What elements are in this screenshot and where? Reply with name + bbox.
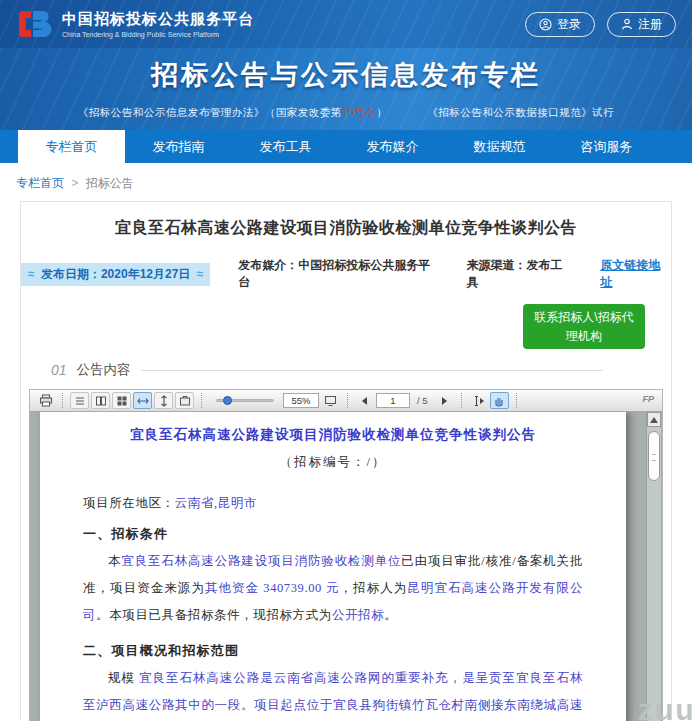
thumbnails-icon[interactable] <box>112 392 131 409</box>
breadcrumb-home[interactable]: 专栏首页 <box>16 176 64 190</box>
doc-heading-1: 一、招标条件 <box>83 525 583 543</box>
announcement-card: 宜良至石林高速公路建设项目消防验收检测单位竞争性谈判公告 发布日期：2020年1… <box>20 201 672 721</box>
section-number: 01 <box>51 362 67 378</box>
publish-date: 发布日期：2020年12月27日 <box>21 263 210 286</box>
doc-title: 宜良至石林高速公路建设项目消防验收检测单位竞争性谈判公告 <box>83 426 583 444</box>
regulation-1-order-no: 10号令 <box>342 106 377 118</box>
doc-bid-number: （招标编号：/） <box>83 454 583 471</box>
tab-publish-tool[interactable]: 发布工具 <box>232 130 339 163</box>
publish-date-value: 2020年12月27日 <box>101 267 190 281</box>
regulation-link-2[interactable]: 《招标公告和公示数据接口规范》试行 <box>427 106 614 120</box>
logo-icon <box>16 9 52 39</box>
hand-tool-icon[interactable] <box>490 392 509 409</box>
print-icon[interactable] <box>36 392 55 409</box>
banner-title: 招标公告与公示信息发布专栏 <box>0 48 692 93</box>
section-title: 公告内容 <box>77 361 131 379</box>
source-channel: 来源渠道：发布工具 <box>466 257 572 291</box>
regulation-1-close: ） <box>376 106 387 118</box>
breadcrumb-separator: > <box>71 176 78 190</box>
page-number-input[interactable]: 1 <box>376 393 410 408</box>
doc-region-line: 项目所在地区：云南省,昆明市 <box>83 495 583 512</box>
original-link[interactable]: 原文链接地址 <box>600 257 671 291</box>
toolbar-separator <box>201 393 202 408</box>
main-nav: 专栏首页 发布指南 发布工具 发布媒介 数据规范 咨询服务 <box>0 130 692 163</box>
section-header: 01 公告内容 <box>51 361 647 379</box>
tab-consult-service[interactable]: 咨询服务 <box>553 130 660 163</box>
fit-width-icon[interactable] <box>133 392 152 409</box>
regulation-link-1[interactable]: 《招标公告和公示信息发布管理办法》（国家发改委第10号令） <box>78 106 388 120</box>
scroll-up-icon[interactable] <box>647 412 661 427</box>
next-page-icon[interactable] <box>435 392 454 409</box>
actual-size-icon[interactable] <box>321 392 340 409</box>
page-total-label: / 5 <box>417 395 428 406</box>
logo-title: 中国招标投标公共服务平台 <box>62 10 254 29</box>
pdf-toolbar: 55% 1 / 5 FP <box>30 390 662 412</box>
user-circle-icon <box>539 18 552 31</box>
continuous-view-icon[interactable] <box>70 392 89 409</box>
doc-paragraph-2: 规模 宜良至石林高速公路是云南省高速公路网的重要补充，是呈贡至宜良至石林至泸西高… <box>83 665 583 721</box>
page-title: 宜良至石林高速公路建设项目消防验收检测单位竞争性谈判公告 <box>21 218 671 239</box>
fit-page-icon[interactable] <box>154 392 173 409</box>
prev-page-icon[interactable] <box>355 392 374 409</box>
toolbar-separator <box>516 393 517 408</box>
zoom-slider[interactable] <box>216 399 274 402</box>
publish-date-label: 发布日期： <box>41 267 101 281</box>
tab-column-home[interactable]: 专栏首页 <box>18 130 125 163</box>
top-header: 中国招标投标公共服务平台 China Tendering & Bidding P… <box>0 0 692 48</box>
select-text-icon[interactable] <box>469 392 488 409</box>
contact-bidder-button[interactable]: 联系招标人\招标代理机构 <box>523 304 645 349</box>
register-label: 注册 <box>638 16 662 33</box>
scrollbar-thumb[interactable] <box>648 431 660 481</box>
login-label: 登录 <box>557 16 581 33</box>
register-button[interactable]: 注册 <box>607 12 676 37</box>
publish-media: 发布媒介：中国招标投标公共服务平台 <box>238 257 438 291</box>
toolbar-separator <box>62 393 63 408</box>
user-icon <box>621 18 633 30</box>
zoom-level-input[interactable]: 55% <box>283 393 319 408</box>
breadcrumb-current: 招标公告 <box>86 176 134 190</box>
facing-pages-icon[interactable] <box>91 392 110 409</box>
breadcrumb: 专栏首页 > 招标公告 <box>0 163 692 201</box>
logo-subtitle: China Tendering & Bidding Public Service… <box>62 31 254 38</box>
regulation-1-text: 《招标公告和公示信息发布管理办法》（国家发改委第 <box>78 106 342 118</box>
viewer-corner-label: FP <box>642 394 654 404</box>
doc-region-label: 项目所在地区： <box>83 496 175 510</box>
login-button[interactable]: 登录 <box>525 12 595 37</box>
tab-data-standard[interactable]: 数据规范 <box>446 130 553 163</box>
banner: 招标公告与公示信息发布专栏 《招标公告和公示信息发布管理办法》（国家发改委第10… <box>0 48 692 130</box>
pdf-page: 宜良至石林高速公路建设项目消防验收检测单位竞争性谈判公告 （招标编号：/） 项目… <box>40 412 626 721</box>
pdf-scrollbar[interactable] <box>646 412 661 721</box>
zoom-slider-knob[interactable] <box>223 396 232 405</box>
pdf-viewer: 55% 1 / 5 FP <box>29 389 663 721</box>
toolbar-separator <box>347 393 348 408</box>
article-meta: 发布日期：2020年12月27日 发布媒介：中国招标投标公共服务平台 来源渠道：… <box>21 257 671 291</box>
section-divider <box>141 370 603 371</box>
doc-heading-2: 二、项目概况和招标范围 <box>83 642 583 660</box>
snapshot-icon[interactable] <box>175 392 194 409</box>
tab-publish-media[interactable]: 发布媒介 <box>339 130 446 163</box>
source-channel-label: 来源渠道： <box>466 258 526 272</box>
doc-region-value: 云南省,昆明市 <box>175 496 257 510</box>
publish-media-label: 发布媒介： <box>238 258 298 272</box>
platform-logo[interactable]: 中国招标投标公共服务平台 China Tendering & Bidding P… <box>16 9 254 39</box>
toolbar-separator <box>461 393 462 408</box>
tab-publish-guide[interactable]: 发布指南 <box>125 130 232 163</box>
doc-paragraph-1: 本宜良至石林高速公路建设项目消防验收检测单位已由项目审批/核准/备案机关批准，项… <box>83 548 583 629</box>
pdf-document-area: 宜良至石林高速公路建设项目消防验收检测单位竞争性谈判公告 （招标编号：/） 项目… <box>30 412 662 721</box>
